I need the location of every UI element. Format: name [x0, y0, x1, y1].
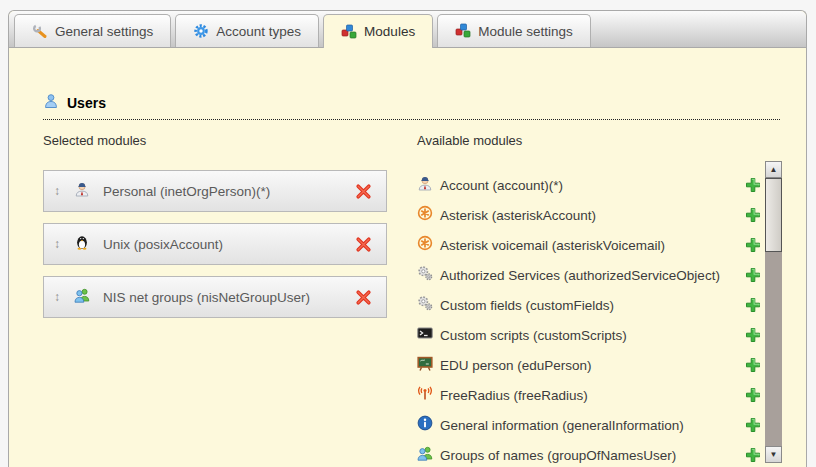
available-module-row: Groups of names (groupOfNamesUser) [417, 440, 761, 467]
available-modules-column: Available modules Account (account)(*) A… [417, 133, 763, 467]
info-icon [417, 415, 433, 435]
available-module-row: FreeRadius (freeRadius) [417, 380, 761, 410]
add-module-button[interactable] [745, 177, 761, 193]
available-module-row: Account (account)(*) [417, 170, 761, 200]
scrollbar-thumb[interactable] [765, 178, 782, 252]
asterisk-icon [417, 235, 433, 255]
module-label: Groups of names (groupOfNamesUser) [440, 448, 676, 463]
section-header-users: Users [43, 93, 780, 120]
available-module-row: Custom scripts (customScripts) [417, 320, 761, 350]
add-module-button[interactable] [745, 357, 761, 373]
available-module-row: General information (generalInformation) [417, 410, 761, 440]
drag-handle-icon[interactable]: ↕ [54, 184, 68, 198]
terminal-icon [417, 325, 433, 345]
group-icon [417, 445, 433, 465]
modules-icon [341, 24, 357, 40]
add-module-button[interactable] [745, 417, 761, 433]
available-modules-scrollbar[interactable]: ▲ ▼ [765, 161, 782, 463]
module-label: Personal (inetOrgPerson)(*) [103, 184, 270, 199]
remove-module-button[interactable] [355, 183, 372, 200]
person-icon [417, 175, 433, 195]
tab-label: Modules [364, 24, 415, 39]
add-module-button[interactable] [745, 447, 761, 463]
available-modules-heading: Available modules [417, 133, 763, 148]
wrench-icon [32, 23, 48, 39]
module-label: Account (account)(*) [440, 178, 563, 193]
remove-module-button[interactable] [355, 236, 372, 253]
available-module-row: Asterisk (asteriskAccount) [417, 200, 761, 230]
module-label: Authorized Services (authorizedServiceOb… [440, 268, 720, 283]
section-title: Users [67, 95, 106, 111]
tab-general-settings[interactable]: General settings [14, 14, 171, 47]
add-module-button[interactable] [745, 267, 761, 283]
module-label: Unix (posixAccount) [103, 237, 223, 252]
module-label: General information (generalInformation) [440, 418, 684, 433]
person-icon [74, 181, 90, 201]
chalkboard-icon [417, 355, 433, 375]
add-module-button[interactable] [745, 237, 761, 253]
gears-icon [417, 295, 433, 315]
scroll-down-button[interactable]: ▼ [765, 446, 782, 463]
gears-icon [417, 265, 433, 285]
modules-icon [455, 23, 471, 39]
module-label: Custom fields (customFields) [440, 298, 614, 313]
available-modules-list: Account (account)(*) Asterisk (asteriskA… [417, 170, 763, 467]
penguin-icon [74, 234, 90, 254]
tab-modules[interactable]: Modules [323, 14, 433, 48]
add-module-button[interactable] [745, 387, 761, 403]
remove-module-button[interactable] [355, 289, 372, 306]
available-module-row: EDU person (eduPerson) [417, 350, 761, 380]
add-module-button[interactable] [745, 207, 761, 223]
available-module-row: Asterisk voicemail (asteriskVoicemail) [417, 230, 761, 260]
selected-modules-list: ↕ Personal (inetOrgPerson)(*) ↕ Unix (po… [43, 170, 389, 318]
add-module-button[interactable] [745, 297, 761, 313]
selected-module-row[interactable]: ↕ NIS net groups (nisNetGroupUser) [43, 276, 387, 318]
module-label: NIS net groups (nisNetGroupUser) [103, 290, 310, 305]
gear-icon [193, 23, 209, 39]
drag-handle-icon[interactable]: ↕ [54, 237, 68, 251]
available-module-row: Custom fields (customFields) [417, 290, 761, 320]
tab-module-settings[interactable]: Module settings [437, 14, 591, 47]
tab-bar: General settings Account types Modules M… [9, 11, 806, 48]
available-module-row: Authorized Services (authorizedServiceOb… [417, 260, 761, 290]
module-label: FreeRadius (freeRadius) [440, 388, 588, 403]
selected-module-row[interactable]: ↕ Personal (inetOrgPerson)(*) [43, 170, 387, 212]
tab-label: Account types [216, 24, 301, 39]
selected-module-row[interactable]: ↕ Unix (posixAccount) [43, 223, 387, 265]
selected-modules-column: Selected modules ↕ Personal (inetOrgPers… [43, 133, 389, 329]
module-label: Custom scripts (customScripts) [440, 328, 627, 343]
tab-account-types[interactable]: Account types [175, 14, 319, 47]
user-icon [43, 93, 59, 112]
group-icon [74, 287, 90, 307]
module-label: Asterisk voicemail (asteriskVoicemail) [440, 238, 665, 253]
tab-label: General settings [55, 24, 153, 39]
scrollbar-track[interactable] [765, 252, 782, 446]
add-module-button[interactable] [745, 327, 761, 343]
asterisk-icon [417, 205, 433, 225]
module-label: Asterisk (asteriskAccount) [440, 208, 596, 223]
antenna-icon [417, 385, 433, 405]
scroll-up-button[interactable]: ▲ [765, 161, 782, 178]
module-label: EDU person (eduPerson) [440, 358, 592, 373]
selected-modules-heading: Selected modules [43, 133, 389, 148]
config-panel: General settings Account types Modules M… [8, 10, 807, 467]
tab-label: Module settings [478, 24, 573, 39]
drag-handle-icon[interactable]: ↕ [54, 290, 68, 304]
